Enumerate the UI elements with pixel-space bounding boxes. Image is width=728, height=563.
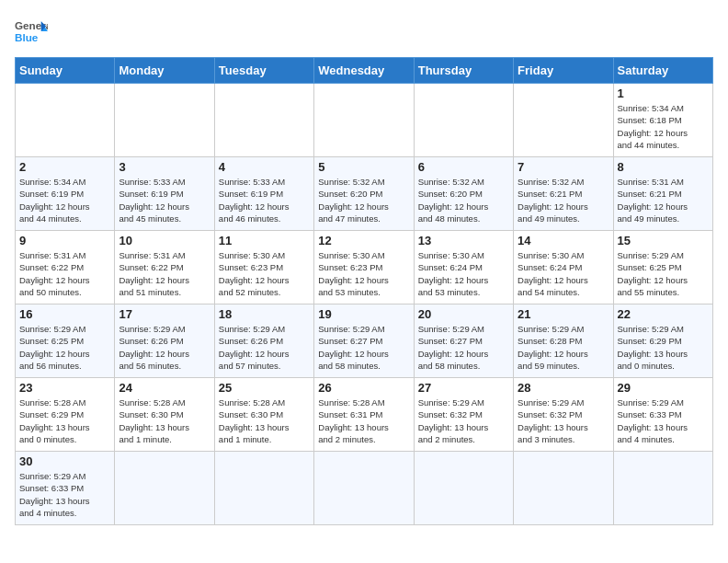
calendar-cell-w2d3: 12Sunrise: 5:30 AMSunset: 6:23 PMDayligh… xyxy=(314,231,414,304)
day-info: Sunrise: 5:30 AMSunset: 6:23 PMDaylight:… xyxy=(219,249,310,298)
day-number: 15 xyxy=(618,234,709,247)
day-number: 9 xyxy=(19,234,110,247)
calendar-cell-w2d6: 15Sunrise: 5:29 AMSunset: 6:25 PMDayligh… xyxy=(613,231,712,304)
calendar-cell-w4d0: 23Sunrise: 5:28 AMSunset: 6:29 PMDayligh… xyxy=(16,378,115,452)
calendar-cell-w4d5: 28Sunrise: 5:29 AMSunset: 6:32 PMDayligh… xyxy=(514,378,613,452)
day-info: Sunrise: 5:28 AMSunset: 6:30 PMDaylight:… xyxy=(119,396,210,445)
day-info: Sunrise: 5:31 AMSunset: 6:22 PMDaylight:… xyxy=(19,249,110,298)
day-number: 18 xyxy=(219,307,310,321)
calendar-cell-w1d3: 5Sunrise: 5:32 AMSunset: 6:20 PMDaylight… xyxy=(314,157,414,231)
day-number: 28 xyxy=(518,381,609,395)
day-number: 30 xyxy=(19,454,110,468)
day-number: 5 xyxy=(318,160,409,174)
calendar-cell-w0d5 xyxy=(514,84,613,157)
svg-text:Blue: Blue xyxy=(15,31,39,43)
day-number: 12 xyxy=(318,234,409,247)
day-info: Sunrise: 5:28 AMSunset: 6:30 PMDaylight:… xyxy=(219,396,310,445)
calendar-cell-w0d1 xyxy=(115,84,214,157)
day-info: Sunrise: 5:32 AMSunset: 6:21 PMDaylight:… xyxy=(518,176,609,224)
day-number: 23 xyxy=(19,381,110,395)
calendar-cell-w4d4: 27Sunrise: 5:29 AMSunset: 6:32 PMDayligh… xyxy=(414,378,513,452)
day-info: Sunrise: 5:31 AMSunset: 6:22 PMDaylight:… xyxy=(119,249,210,298)
calendar-cell-w2d1: 10Sunrise: 5:31 AMSunset: 6:22 PMDayligh… xyxy=(115,231,214,304)
weekday-header-monday: Monday xyxy=(115,58,214,84)
calendar-cell-w0d6: 1Sunrise: 5:34 AMSunset: 6:18 PMDaylight… xyxy=(613,84,712,157)
day-info: Sunrise: 5:29 AMSunset: 6:28 PMDaylight:… xyxy=(518,323,609,372)
weekday-header-sunday: Sunday xyxy=(16,58,115,84)
calendar-cell-w2d4: 13Sunrise: 5:30 AMSunset: 6:24 PMDayligh… xyxy=(414,231,513,304)
weekday-header-thursday: Thursday xyxy=(414,58,513,84)
day-number: 24 xyxy=(119,381,210,395)
calendar-cell-w1d0: 2Sunrise: 5:34 AMSunset: 6:19 PMDaylight… xyxy=(16,157,115,231)
calendar-cell-w0d3 xyxy=(314,84,414,157)
calendar-cell-w3d0: 16Sunrise: 5:29 AMSunset: 6:25 PMDayligh… xyxy=(16,304,115,378)
weekday-header-tuesday: Tuesday xyxy=(214,58,313,84)
day-info: Sunrise: 5:31 AMSunset: 6:21 PMDaylight:… xyxy=(618,176,709,224)
calendar-cell-w3d6: 22Sunrise: 5:29 AMSunset: 6:29 PMDayligh… xyxy=(613,304,712,378)
weekday-header-friday: Friday xyxy=(514,58,613,84)
calendar-cell-w3d2: 18Sunrise: 5:29 AMSunset: 6:26 PMDayligh… xyxy=(214,304,313,378)
day-info: Sunrise: 5:34 AMSunset: 6:19 PMDaylight:… xyxy=(19,176,110,224)
day-info: Sunrise: 5:29 AMSunset: 6:27 PMDaylight:… xyxy=(318,323,409,372)
day-number: 22 xyxy=(618,307,709,321)
calendar-cell-w1d6: 8Sunrise: 5:31 AMSunset: 6:21 PMDaylight… xyxy=(613,157,712,231)
calendar-cell-w0d0 xyxy=(16,84,115,157)
day-info: Sunrise: 5:29 AMSunset: 6:26 PMDaylight:… xyxy=(119,323,210,372)
calendar-cell-w1d5: 7Sunrise: 5:32 AMSunset: 6:21 PMDaylight… xyxy=(514,157,613,231)
calendar-cell-w4d2: 25Sunrise: 5:28 AMSunset: 6:30 PMDayligh… xyxy=(214,378,313,452)
weekday-header-saturday: Saturday xyxy=(613,58,712,84)
day-number: 11 xyxy=(219,234,310,247)
day-number: 10 xyxy=(119,234,210,247)
calendar-cell-w0d2 xyxy=(214,84,313,157)
day-number: 25 xyxy=(219,381,310,395)
day-info: Sunrise: 5:29 AMSunset: 6:32 PMDaylight:… xyxy=(518,396,609,445)
page-header: General Blue xyxy=(15,15,713,48)
day-number: 3 xyxy=(119,160,210,174)
day-info: Sunrise: 5:32 AMSunset: 6:20 PMDaylight:… xyxy=(318,176,409,224)
calendar-cell-w5d4 xyxy=(414,452,513,525)
calendar-cell-w4d3: 26Sunrise: 5:28 AMSunset: 6:31 PMDayligh… xyxy=(314,378,414,452)
weekday-header-wednesday: Wednesday xyxy=(314,58,414,84)
calendar-cell-w4d6: 29Sunrise: 5:29 AMSunset: 6:33 PMDayligh… xyxy=(613,378,712,452)
day-number: 7 xyxy=(518,160,609,174)
calendar-cell-w5d5 xyxy=(514,452,613,525)
calendar-cell-w5d2 xyxy=(214,452,313,525)
day-info: Sunrise: 5:29 AMSunset: 6:26 PMDaylight:… xyxy=(219,323,310,372)
day-info: Sunrise: 5:32 AMSunset: 6:20 PMDaylight:… xyxy=(418,176,509,224)
calendar-cell-w3d1: 17Sunrise: 5:29 AMSunset: 6:26 PMDayligh… xyxy=(115,304,214,378)
day-info: Sunrise: 5:30 AMSunset: 6:24 PMDaylight:… xyxy=(418,249,509,298)
day-info: Sunrise: 5:34 AMSunset: 6:18 PMDaylight:… xyxy=(618,102,709,151)
day-number: 21 xyxy=(518,307,609,321)
day-number: 26 xyxy=(318,381,409,395)
calendar-cell-w5d1 xyxy=(115,452,214,525)
logo: General Blue xyxy=(15,15,48,48)
day-number: 20 xyxy=(418,307,509,321)
day-number: 1 xyxy=(618,86,709,100)
calendar-cell-w0d4 xyxy=(414,84,513,157)
calendar-cell-w3d5: 21Sunrise: 5:29 AMSunset: 6:28 PMDayligh… xyxy=(514,304,613,378)
calendar-cell-w1d4: 6Sunrise: 5:32 AMSunset: 6:20 PMDaylight… xyxy=(414,157,513,231)
day-number: 29 xyxy=(618,381,709,395)
day-number: 4 xyxy=(219,160,310,174)
day-info: Sunrise: 5:29 AMSunset: 6:33 PMDaylight:… xyxy=(19,470,110,519)
day-info: Sunrise: 5:33 AMSunset: 6:19 PMDaylight:… xyxy=(219,176,310,224)
day-number: 13 xyxy=(418,234,509,247)
day-number: 6 xyxy=(418,160,509,174)
day-info: Sunrise: 5:29 AMSunset: 6:27 PMDaylight:… xyxy=(418,323,509,372)
calendar-cell-w5d3 xyxy=(314,452,414,525)
day-number: 27 xyxy=(418,381,509,395)
day-number: 2 xyxy=(19,160,110,174)
day-number: 14 xyxy=(518,234,609,247)
day-number: 8 xyxy=(618,160,709,174)
calendar-cell-w1d2: 4Sunrise: 5:33 AMSunset: 6:19 PMDaylight… xyxy=(214,157,313,231)
day-info: Sunrise: 5:29 AMSunset: 6:25 PMDaylight:… xyxy=(618,249,709,298)
day-info: Sunrise: 5:30 AMSunset: 6:23 PMDaylight:… xyxy=(318,249,409,298)
calendar-cell-w4d1: 24Sunrise: 5:28 AMSunset: 6:30 PMDayligh… xyxy=(115,378,214,452)
calendar-cell-w5d0: 30Sunrise: 5:29 AMSunset: 6:33 PMDayligh… xyxy=(16,452,115,525)
calendar-cell-w3d3: 19Sunrise: 5:29 AMSunset: 6:27 PMDayligh… xyxy=(314,304,414,378)
day-number: 16 xyxy=(19,307,110,321)
day-info: Sunrise: 5:29 AMSunset: 6:32 PMDaylight:… xyxy=(418,396,509,445)
day-info: Sunrise: 5:29 AMSunset: 6:25 PMDaylight:… xyxy=(19,323,110,372)
day-info: Sunrise: 5:29 AMSunset: 6:29 PMDaylight:… xyxy=(618,323,709,372)
logo-icon: General Blue xyxy=(15,15,48,48)
